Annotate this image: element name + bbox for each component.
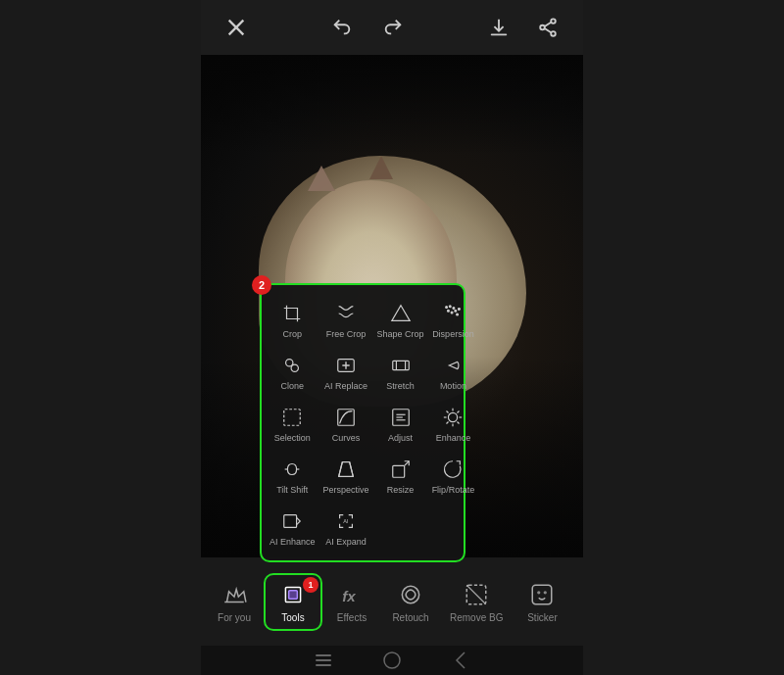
tool-crop[interactable]: Crop (266, 293, 319, 345)
selection-icon (279, 405, 305, 430)
svg-line-36 (458, 410, 460, 412)
svg-point-10 (450, 306, 452, 308)
tool-flip-rotate[interactable]: Flip/Rotate (428, 449, 479, 501)
tool-adjust[interactable]: Adjust (373, 397, 428, 449)
adjust-icon (388, 405, 414, 430)
toolbar-item-for-you[interactable]: For you (205, 573, 264, 631)
svg-point-58 (384, 652, 400, 668)
tool-curves[interactable]: Curves (319, 397, 373, 449)
tool-motion[interactable]: Motion (428, 345, 479, 397)
svg-marker-8 (391, 306, 409, 321)
tool-selection-label: Selection (274, 433, 311, 443)
crown-icon (220, 581, 248, 608)
toolbar-items: For you 1 Tools fx Effects (201, 573, 583, 631)
tool-ai-expand[interactable]: AI AI Expand (319, 501, 373, 553)
svg-point-50 (402, 586, 418, 603)
svg-rect-45 (284, 515, 297, 528)
nav-menu-icon[interactable] (314, 651, 333, 670)
tool-clone[interactable]: Clone (266, 345, 319, 397)
toolbar-remove-bg-label: Remove BG (450, 612, 503, 623)
close-button[interactable] (219, 10, 254, 45)
shape-crop-icon (388, 301, 414, 326)
retouch-icon (397, 581, 424, 608)
tool-ai-expand-label: AI Expand (325, 537, 367, 547)
tool-perspective-label: Perspective (323, 485, 369, 495)
tools-grid: Crop Free Crop Shape Crop (266, 293, 460, 553)
tool-free-crop[interactable]: Free Crop (319, 293, 373, 345)
svg-rect-20 (392, 361, 409, 369)
curves-icon (333, 405, 359, 430)
tool-shape-crop[interactable]: Shape Crop (373, 293, 428, 345)
svg-rect-2 (491, 33, 508, 35)
toolbar-effects-label: Effects (337, 612, 367, 623)
tool-enhance[interactable]: Enhance (428, 397, 479, 449)
svg-point-3 (551, 19, 556, 24)
tool-resize-label: Resize (387, 485, 415, 495)
tool-free-crop-label: Free Crop (326, 329, 367, 339)
tool-ai-enhance[interactable]: AI Enhance (266, 501, 319, 553)
svg-line-7 (545, 28, 552, 32)
tool-ai-enhance-label: AI Enhance (270, 537, 316, 547)
tool-selection[interactable]: Selection (266, 397, 319, 449)
tool-tilt-shift-label: Tilt Shift (276, 485, 308, 495)
ai-enhance-icon (279, 508, 305, 534)
sticker-icon (528, 581, 556, 608)
tool-enhance-label: Enhance (436, 433, 471, 443)
tilt-shift-icon (279, 457, 305, 482)
tool-motion-label: Motion (440, 381, 466, 391)
nav-bar (201, 646, 583, 675)
nav-back-icon[interactable] (451, 651, 470, 670)
svg-point-29 (449, 412, 458, 421)
svg-text:fx: fx (342, 587, 356, 603)
svg-rect-48 (289, 590, 298, 599)
ai-replace-icon (333, 353, 359, 378)
toolbar-item-effects[interactable]: fx Effects (322, 573, 381, 631)
svg-point-9 (446, 307, 448, 309)
toolbar-item-retouch[interactable]: Retouch (381, 573, 440, 631)
tool-tilt-shift[interactable]: Tilt Shift (266, 449, 319, 501)
dispersion-icon (440, 301, 466, 326)
phone-container: 2 Crop Free Crop Shape Crop (201, 0, 583, 675)
svg-line-41 (339, 462, 343, 477)
tool-dispersion-label: Dispersion (432, 329, 474, 339)
tool-curves-label: Curves (332, 433, 361, 443)
svg-point-11 (453, 308, 455, 310)
svg-rect-55 (316, 654, 331, 656)
toolbar-retouch-label: Retouch (392, 612, 428, 623)
toolbar-item-remove-bg[interactable]: Remove BG (440, 573, 513, 631)
motion-icon (440, 353, 466, 378)
svg-point-16 (457, 313, 459, 315)
svg-line-42 (350, 462, 354, 477)
free-crop-icon (333, 301, 359, 326)
ai-expand-icon: AI (333, 508, 359, 534)
toolbar-item-sticker[interactable]: Sticker (513, 573, 571, 631)
nav-home-icon[interactable] (382, 651, 402, 670)
tool-dispersion[interactable]: Dispersion (428, 293, 479, 345)
svg-point-5 (551, 31, 556, 36)
download-button[interactable] (481, 10, 516, 45)
tool-stretch[interactable]: Stretch (373, 345, 428, 397)
tool-resize[interactable]: Resize (373, 449, 428, 501)
tool-clone-label: Clone (281, 381, 305, 391)
share-button[interactable] (530, 10, 565, 45)
tool-shape-crop-label: Shape Crop (377, 329, 424, 339)
svg-rect-52 (533, 585, 553, 604)
svg-point-14 (455, 310, 457, 312)
svg-line-37 (447, 421, 449, 423)
svg-line-35 (458, 421, 460, 423)
tools-panel-badge: 2 (252, 275, 271, 295)
stretch-icon (388, 353, 414, 378)
toolbar-tools-label: Tools (281, 612, 304, 623)
redo-button[interactable] (375, 10, 411, 45)
toolbar-item-tools[interactable]: 1 Tools (264, 573, 322, 631)
undo-button[interactable] (324, 10, 360, 45)
tool-ai-replace[interactable]: AI Replace (319, 345, 373, 397)
toolbar-for-you-label: For you (218, 612, 251, 623)
tool-flip-rotate-label: Flip/Rotate (432, 485, 475, 495)
flip-rotate-icon (440, 457, 466, 482)
tools-badge: 1 (303, 577, 318, 593)
tool-ai-replace-label: AI Replace (324, 381, 368, 391)
svg-point-4 (540, 25, 545, 30)
tool-perspective[interactable]: Perspective (319, 449, 373, 501)
svg-line-6 (545, 23, 552, 26)
